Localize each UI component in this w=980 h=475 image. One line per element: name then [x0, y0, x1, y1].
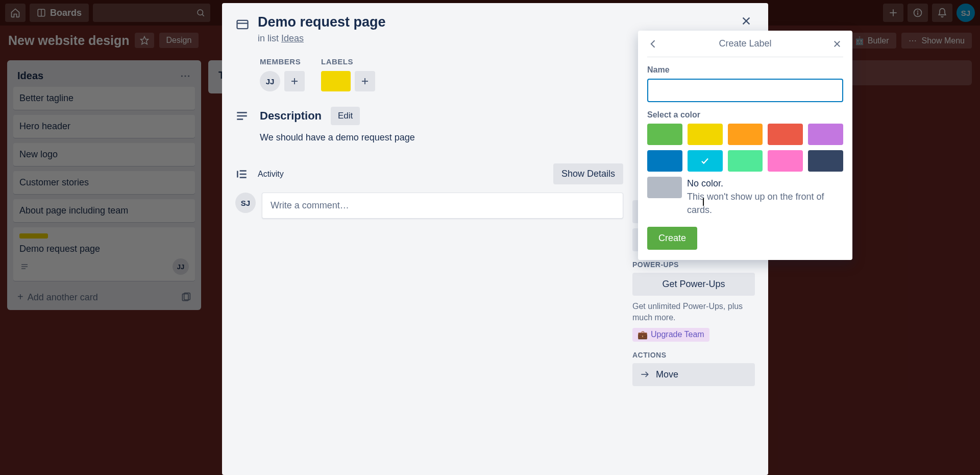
- color-swatch[interactable]: [768, 124, 803, 145]
- label-name-input[interactable]: [647, 79, 843, 102]
- move-button[interactable]: Move: [632, 363, 755, 386]
- description-text[interactable]: We should have a demo request page: [260, 132, 623, 143]
- get-powerups-button[interactable]: Get Power-Ups: [632, 273, 755, 296]
- color-swatch[interactable]: [728, 124, 763, 145]
- actions-heading: ACTIONS: [632, 351, 755, 359]
- briefcase-icon: 💼: [638, 330, 648, 340]
- create-button[interactable]: Create: [647, 227, 697, 250]
- member-avatar[interactable]: JJ: [260, 71, 280, 91]
- activity-heading: Activity: [258, 170, 284, 179]
- color-swatch[interactable]: [808, 124, 843, 145]
- back-icon[interactable]: [645, 36, 662, 52]
- text-cursor-icon: I: [702, 196, 705, 209]
- no-color-swatch[interactable]: [647, 177, 682, 198]
- activity-icon: [235, 168, 249, 181]
- card-modal-title[interactable]: Demo request page: [258, 14, 386, 30]
- powerups-note: Get unlimited Power-Ups, plus much more.: [632, 301, 755, 324]
- members-label: MEMBERS: [260, 57, 305, 66]
- comment-avatar: SJ: [235, 193, 256, 213]
- comment-input[interactable]: Write a comment…: [262, 193, 623, 219]
- card-icon: [235, 17, 250, 44]
- name-label: Name: [647, 65, 843, 75]
- upgrade-team-button[interactable]: 💼 Upgrade Team: [632, 328, 709, 342]
- no-color-title: No color.: [687, 178, 723, 188]
- close-icon[interactable]: [829, 36, 845, 52]
- popover-title: Create Label: [719, 38, 771, 49]
- description-heading: Description: [260, 109, 322, 123]
- color-swatch[interactable]: [688, 124, 723, 145]
- edit-description-button[interactable]: Edit: [331, 107, 360, 125]
- color-swatch[interactable]: [728, 150, 763, 172]
- close-icon[interactable]: [736, 10, 757, 32]
- list-link[interactable]: Ideas: [281, 33, 304, 43]
- select-color-label: Select a color: [647, 110, 843, 120]
- description-icon: [235, 109, 251, 123]
- labels-header: LABELS: [321, 57, 375, 66]
- add-label-button[interactable]: [355, 71, 375, 91]
- label-yellow[interactable]: [321, 71, 351, 91]
- color-swatch[interactable]: [808, 150, 843, 172]
- no-color-sub: This won't show up on the front of cards…: [687, 192, 824, 215]
- powerups-heading: POWER-UPS: [632, 260, 755, 269]
- color-swatch[interactable]: [647, 124, 682, 145]
- color-swatch[interactable]: [647, 150, 682, 172]
- add-member-button[interactable]: [284, 71, 305, 91]
- color-swatch[interactable]: [688, 150, 723, 172]
- create-label-popover: Create Label Name Select a color No colo…: [638, 31, 852, 260]
- color-swatch[interactable]: [768, 150, 803, 172]
- svg-rect-17: [237, 20, 248, 29]
- card-modal-subtitle: in list Ideas: [258, 33, 386, 44]
- show-details-button[interactable]: Show Details: [553, 163, 623, 184]
